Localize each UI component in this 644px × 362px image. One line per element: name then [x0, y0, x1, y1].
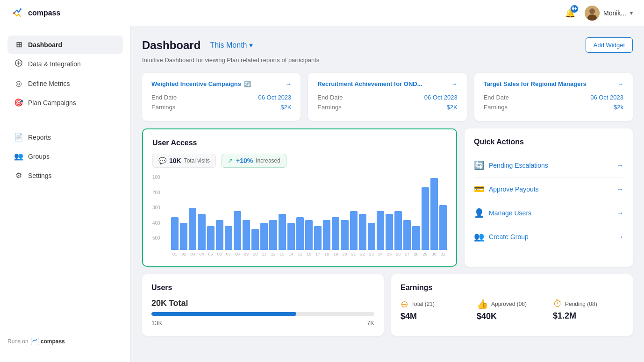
bars-container	[171, 175, 447, 250]
month-filter-button[interactable]: This Month ▾	[206, 40, 256, 50]
chart-bar-9[interactable]	[243, 220, 250, 250]
approve-payouts-arrow: →	[617, 185, 623, 193]
chart-bar-4[interactable]	[198, 214, 205, 250]
chart-bar-2[interactable]	[180, 223, 187, 250]
sidebar-item-settings[interactable]: ⚙ Settings	[7, 166, 123, 185]
sidebar: ⊞ Dashboard Data & Integration ◎ Define …	[0, 26, 131, 362]
notification-button[interactable]: 🔔 9+	[563, 6, 577, 20]
chart-bar-14[interactable]	[287, 223, 295, 250]
chart-bar-3[interactable]	[189, 208, 196, 250]
chart-bar-26[interactable]	[394, 211, 402, 250]
pending-escalations-arrow: →	[617, 162, 623, 169]
chart-bar-22[interactable]	[359, 214, 366, 250]
user-access-card: User Access 💬 10K Total visits ↗ +10% In…	[142, 128, 457, 267]
app-logo[interactable]: compass	[11, 7, 60, 20]
chart-bar-28[interactable]	[412, 226, 420, 250]
x-label: 19	[332, 252, 339, 256]
chart-bar-12[interactable]	[269, 220, 277, 250]
chart-bar-10[interactable]	[251, 229, 259, 250]
sidebar-item-label-define-metrics: Define Metrics	[28, 80, 70, 87]
sidebar-item-label-reports: Reports	[28, 134, 51, 141]
users-stats-card: Users 20K Total 13K 7K	[142, 274, 384, 336]
sidebar-item-dashboard[interactable]: ⊞ Dashboard	[7, 35, 123, 54]
define-metrics-icon: ◎	[14, 79, 23, 88]
earnings-pending-value: $1.2M	[553, 311, 623, 321]
sidebar-item-plan-campaigns[interactable]: 🎯 Plan Campaigns	[7, 93, 123, 112]
chart-bar-31[interactable]	[439, 205, 447, 250]
sidebar-item-define-metrics[interactable]: ◎ Define Metrics	[7, 74, 123, 92]
chart-bar-23[interactable]	[368, 223, 375, 250]
chart-bar-24[interactable]	[377, 211, 384, 250]
x-label: 26	[394, 252, 402, 256]
approve-payouts-icon: 💳	[474, 184, 484, 194]
qa-item-create-group[interactable]: 👥 Create Group →	[474, 225, 623, 248]
x-label: 03	[189, 252, 196, 256]
chart-bar-17[interactable]	[314, 226, 322, 250]
user-menu-button[interactable]: Monik... ▾	[585, 6, 633, 21]
chart-bar-18[interactable]	[323, 220, 330, 250]
dashboard-icon: ⊞	[14, 40, 23, 49]
sidebar-item-data-integration[interactable]: Data & Integration	[7, 55, 123, 73]
chart-bar-27[interactable]	[403, 220, 411, 250]
campaign-title-text-1[interactable]: Recruitment Achievement for OND...	[317, 80, 422, 87]
chart-bar-19[interactable]	[332, 217, 339, 250]
chart-bar-11[interactable]	[260, 223, 268, 250]
runs-on: Runs on compass	[7, 338, 123, 345]
add-widget-button[interactable]: Add Widget	[586, 37, 633, 53]
earnings-total-value: $4M	[401, 312, 471, 321]
chart-bar-6[interactable]	[216, 220, 223, 250]
bar-chart-area: 500 400 300 200 100	[152, 175, 447, 250]
compass-logo-icon	[11, 7, 24, 20]
x-label: 25	[386, 252, 393, 256]
sidebar-item-label-dashboard: Dashboard	[28, 41, 62, 49]
create-group-arrow: →	[617, 233, 623, 241]
users-progress-bar	[151, 312, 374, 316]
svg-point-4	[589, 8, 595, 14]
chart-bar-15[interactable]	[296, 217, 304, 250]
total-visits-badge: 💬 10K Total visits	[152, 154, 216, 168]
x-label: 14	[287, 252, 295, 256]
x-label: 06	[216, 252, 223, 256]
chart-bar-8[interactable]	[234, 211, 241, 250]
chart-bar-20[interactable]	[341, 220, 348, 250]
chart-bar-30[interactable]	[430, 178, 438, 250]
x-label: 13	[279, 252, 286, 256]
campaign-arrow-2[interactable]: →	[617, 80, 623, 87]
earnings-approved-label: Approved (08)	[491, 301, 527, 307]
main-content: Dashboard This Month ▾ Add Widget Intuit…	[131, 26, 644, 362]
chart-bar-5[interactable]	[207, 226, 215, 250]
plan-campaigns-icon: 🎯	[14, 98, 23, 107]
total-visits-label: Total visits	[184, 157, 210, 164]
x-axis: 0102030405060708091011121314151617181920…	[152, 252, 447, 256]
sidebar-divider	[7, 124, 123, 124]
chart-bar-21[interactable]	[350, 211, 358, 250]
x-label: 21	[350, 252, 358, 256]
chart-bar-29[interactable]	[422, 187, 429, 250]
chart-bar-16[interactable]	[305, 220, 313, 250]
qa-item-approve-payouts[interactable]: 💳 Approve Payouts →	[474, 177, 623, 201]
qa-item-manage-users[interactable]: 👤 Manage Users →	[474, 201, 623, 225]
users-total-label: Total	[169, 298, 188, 308]
month-filter-label: This Month	[210, 41, 247, 50]
campaign-arrow-0[interactable]: →	[285, 80, 291, 87]
campaign-title-text-2[interactable]: Target Sales for Regional Managers	[484, 80, 587, 87]
sidebar-item-reports[interactable]: 📄 Reports	[7, 128, 123, 146]
campaign-card-title-2: Target Sales for Regional Managers →	[484, 80, 623, 87]
svg-point-1	[13, 12, 15, 14]
campaign-title-text-0[interactable]: Weighted Incentive Campaigns	[151, 80, 241, 87]
chart-bar-1[interactable]	[171, 217, 179, 250]
sidebar-item-groups[interactable]: 👥 Groups	[7, 147, 123, 165]
x-label: 16	[305, 252, 313, 256]
campaign-arrow-1[interactable]: →	[451, 80, 458, 87]
campaign-cards-row: Weighted Incentive Campaigns 🔄 → End Dat…	[142, 73, 633, 121]
chart-bar-25[interactable]	[386, 214, 393, 250]
settings-icon: ⚙	[14, 171, 23, 180]
qa-item-pending-escalations[interactable]: 🔄 Pending Escalations →	[474, 154, 623, 177]
x-label: 05	[207, 252, 215, 256]
chart-bar-7[interactable]	[225, 226, 232, 250]
users-sub1: 13K	[151, 319, 162, 327]
x-label: 08	[234, 252, 241, 256]
month-filter-chevron: ▾	[249, 41, 253, 50]
chart-bar-13[interactable]	[279, 214, 286, 250]
earnings-approved: 👍 Approved (08) $40K	[477, 298, 547, 321]
